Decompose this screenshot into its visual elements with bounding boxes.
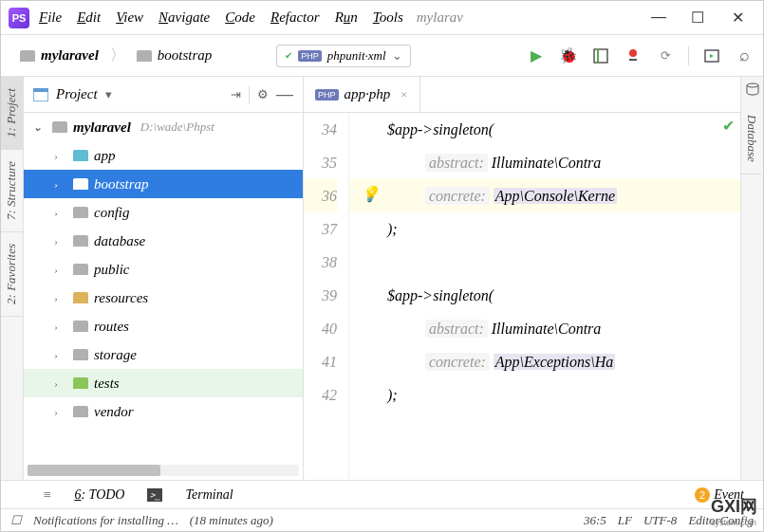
- navigation-bar: mylaravel 〉 bootstrap ✔ PHP phpunit·xml …: [1, 35, 763, 77]
- sidebar-tab-project[interactable]: 1: Project: [1, 77, 23, 150]
- sidebar-tab-database[interactable]: Database: [741, 103, 762, 174]
- code-line[interactable]: abstract:Illuminate\Contra: [349, 146, 740, 179]
- status-message[interactable]: Notifications for installing …: [33, 513, 178, 528]
- status-icon[interactable]: ☐: [10, 513, 22, 528]
- expand-icon[interactable]: ›: [54, 264, 67, 275]
- layout-button[interactable]: [702, 46, 721, 65]
- expand-icon[interactable]: ›: [54, 150, 67, 161]
- close-button[interactable]: ✕: [731, 9, 744, 27]
- minimize-button[interactable]: —: [651, 9, 664, 27]
- tree-item-routes[interactable]: ›routes: [24, 312, 303, 340]
- tree-item-database[interactable]: ›database: [24, 227, 303, 255]
- code-line[interactable]: [349, 246, 740, 279]
- code-line[interactable]: $app->singleton(: [349, 279, 740, 312]
- editor-body[interactable]: 34 35 36 37 38 39 40 41 42 💡 $app->singl…: [304, 113, 740, 480]
- intention-bulb-icon[interactable]: 💡: [361, 185, 380, 203]
- tree-item-config[interactable]: ›config: [24, 198, 303, 227]
- gear-icon[interactable]: ⚙: [257, 87, 269, 101]
- project-panel-title: Project: [56, 86, 98, 102]
- project-panel-header: Project ▾ ⇥ ⚙ —: [24, 77, 303, 113]
- code-text: );: [387, 387, 398, 403]
- tree-root[interactable]: ⌄ mylaravel D:\wade\Phpst: [24, 113, 303, 141]
- line-number: 38: [304, 246, 337, 279]
- expand-icon[interactable]: ›: [54, 321, 67, 332]
- window-controls: — ☐ ✕: [651, 9, 755, 27]
- tree-item-public[interactable]: ›public: [24, 255, 303, 284]
- menu-navigate[interactable]: Navigate: [158, 9, 210, 26]
- main-menu: File Edit View Navigate Code Refactor Ru…: [39, 9, 403, 26]
- sidebar-tab-structure[interactable]: 7: Structure: [1, 150, 23, 232]
- breadcrumb-root[interactable]: mylaravel: [20, 47, 99, 64]
- editor-area: PHP app·php × ✔ 34 35 36 37 38 39 40 41 …: [304, 77, 740, 480]
- menu-file[interactable]: File: [39, 9, 62, 26]
- folder-icon: [73, 349, 88, 360]
- project-tree[interactable]: ⌄ mylaravel D:\wade\Phpst ›app ›bootstra…: [24, 113, 303, 465]
- expand-icon[interactable]: ›: [54, 377, 67, 389]
- cursor-position[interactable]: 36:5: [584, 513, 606, 528]
- tree-item-app[interactable]: ›app: [24, 141, 303, 170]
- stop-button[interactable]: [624, 46, 643, 65]
- debug-button[interactable]: 🐞: [559, 46, 578, 65]
- expand-icon[interactable]: ›: [54, 207, 67, 218]
- coverage-button[interactable]: [591, 46, 610, 65]
- project-view-icon: [33, 88, 48, 101]
- tree-item-bootstrap[interactable]: ›bootstrap: [24, 170, 303, 198]
- code-line[interactable]: );: [349, 378, 740, 412]
- titlebar: PS File Edit View Navigate Code Refactor…: [1, 1, 763, 35]
- tree-scrollbar[interactable]: [28, 465, 299, 476]
- line-number: 35: [304, 146, 337, 179]
- scrollbar-thumb[interactable]: [28, 465, 160, 476]
- code-line[interactable]: concrete:App\Exceptions\Ha: [349, 345, 740, 378]
- expand-icon[interactable]: ›: [54, 292, 67, 303]
- expand-icon[interactable]: ›: [54, 178, 67, 190]
- separator: [249, 86, 250, 103]
- hide-panel-button[interactable]: —: [276, 84, 293, 104]
- tree-item-storage[interactable]: ›storage: [24, 340, 303, 369]
- run-button[interactable]: ▶: [527, 46, 546, 65]
- menu-tools[interactable]: Tools: [373, 9, 403, 26]
- expand-icon[interactable]: ›: [54, 406, 67, 417]
- code-text: App\Exceptions\Ha: [494, 354, 615, 370]
- breadcrumb-current[interactable]: bootstrap: [137, 47, 213, 64]
- line-number: 36: [304, 179, 337, 212]
- maximize-button[interactable]: ☐: [691, 9, 704, 27]
- code-line[interactable]: abstract:Illuminate\Contra: [349, 312, 740, 345]
- menu-run[interactable]: Run: [335, 9, 358, 26]
- database-icon[interactable]: [741, 77, 763, 103]
- tree-item-label: resources: [94, 290, 148, 306]
- tab-todo[interactable]: 6: TODO: [74, 487, 124, 503]
- line-separator[interactable]: LF: [618, 513, 632, 528]
- expand-icon[interactable]: ›: [54, 235, 67, 247]
- tab-terminal[interactable]: Terminal: [185, 487, 233, 503]
- expand-icon[interactable]: ⌄: [33, 121, 47, 134]
- folder-icon: [73, 207, 88, 218]
- folder-icon: [73, 406, 88, 417]
- left-tool-gutter: 1: Project 7: Structure 2: Favorites: [1, 77, 24, 480]
- menu-code[interactable]: Code: [225, 9, 255, 26]
- folder-icon: [73, 292, 88, 303]
- tree-item-tests[interactable]: ›tests: [24, 369, 303, 397]
- code-content[interactable]: 💡 $app->singleton( abstract:Illuminate\C…: [349, 113, 740, 480]
- menu-view[interactable]: View: [116, 9, 143, 26]
- search-button[interactable]: ⌕: [735, 46, 754, 65]
- expand-icon[interactable]: ›: [54, 349, 67, 360]
- menu-edit[interactable]: Edit: [77, 9, 101, 26]
- tree-item-resources[interactable]: ›resources: [24, 284, 303, 312]
- collapse-icon[interactable]: ⇥: [231, 87, 241, 101]
- chevron-down-icon[interactable]: ▾: [105, 87, 112, 101]
- project-panel: Project ▾ ⇥ ⚙ — ⌄ mylaravel D:\wade\Phps…: [24, 77, 304, 480]
- app-icon: PS: [9, 8, 29, 28]
- code-text: );: [387, 221, 398, 237]
- tree-item-vendor[interactable]: ›vendor: [24, 397, 303, 426]
- code-line[interactable]: concrete:App\Console\Kerne: [349, 179, 740, 212]
- menu-refactor[interactable]: Refactor: [270, 9, 320, 26]
- file-encoding[interactable]: UTF-8: [643, 513, 677, 528]
- close-tab-icon[interactable]: ×: [400, 87, 408, 102]
- code-line[interactable]: $app->singleton(: [349, 113, 740, 146]
- editor-tab-app-php[interactable]: PHP app·php ×: [304, 77, 420, 112]
- main-area: 1: Project 7: Structure 2: Favorites Pro…: [1, 77, 763, 480]
- update-button[interactable]: ⟳: [656, 46, 675, 65]
- code-line[interactable]: );: [349, 212, 740, 246]
- run-config-dropdown[interactable]: ✔ PHP phpunit·xml ⌄: [276, 45, 410, 67]
- sidebar-tab-favorites[interactable]: 2: Favorites: [1, 232, 23, 317]
